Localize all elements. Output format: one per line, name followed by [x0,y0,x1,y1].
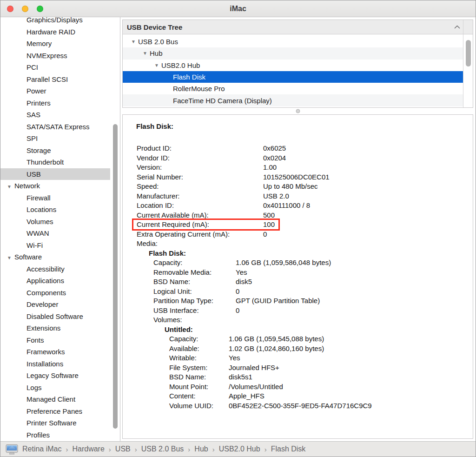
sidebar-item-applications[interactable]: Applications [0,275,120,287]
sidebar-item-label: WWAN [26,229,49,237]
detail-value: 500 [263,211,275,219]
sidebar-item-locations[interactable]: Locations [0,204,120,216]
tree-row-label: Flash Disk [173,73,205,81]
detail-label: Volume UUID: [169,401,229,411]
breadcrumb-segment-hub[interactable]: Hub [194,445,208,453]
tree-scrollbar-thumb[interactable] [466,40,471,66]
sidebar-item-developer[interactable]: Developer [0,298,120,311]
sidebar-item-sas[interactable]: SAS [0,109,120,121]
detail-row-volumes: Volumes: [123,315,473,325]
sidebar-item-label: Parallel SCSI [26,75,68,83]
splitter-handle-icon[interactable] [296,109,300,113]
detail-row-capacity: Capacity:1.06 GB (1,059,545,088 bytes) [123,334,473,344]
sidebar-item-label: Managed Client [26,395,75,403]
sidebar-item-wi-fi[interactable]: Wi-Fi [0,239,120,252]
breadcrumb-segment-retina-imac[interactable]: Retina iMac [22,445,61,453]
breadcrumb-segment-usb[interactable]: USB [115,445,131,453]
pane-splitter[interactable] [122,108,473,114]
sidebar-item-logs[interactable]: Logs [0,382,120,394]
detail-value: Apple_HFS [229,392,264,400]
sidebar-item-frameworks[interactable]: Frameworks [0,346,120,358]
detail-label: Current Available (mA): [137,211,263,220]
sidebar-item-label: Disabled Software [26,312,83,320]
minimize-button[interactable] [22,6,28,12]
breadcrumb: Retina iMac›Hardware›USB›USB 2.0 Bus›Hub… [22,445,305,453]
detail-row-manufacturer: Manufacturer:USB 2.0 [123,192,473,201]
detail-value: 1.06 GB (1,059,586,048 bytes) [236,258,331,266]
sidebar-item-usb[interactable]: USB [0,168,110,180]
breadcrumb-segment-flash-disk[interactable]: Flash Disk [271,445,306,453]
detail-row-vendor-id: Vendor ID:0x0204 [123,153,473,163]
detail-row-file-system: File System:Journaled HFS+ [123,363,473,373]
sidebar-item-label: Wi-Fi [26,241,43,249]
detail-label: BSD Name: [169,372,229,382]
disclosure-triangle-icon[interactable]: ▼ [131,39,138,44]
sidebar-item-pci[interactable]: PCI [0,61,120,73]
sidebar-item-software[interactable]: ▼Software [0,251,120,263]
disclosure-triangle-icon[interactable]: ▼ [154,63,161,68]
tree-row-rollermouse-pro[interactable]: RollerMouse Pro [123,83,463,94]
sidebar-item-fonts[interactable]: Fonts [0,334,120,346]
sidebar-item-raw-support[interactable]: Raw Support [0,441,120,441]
sidebar-item-printer-software[interactable]: Printer Software [0,417,120,429]
sidebar-item-sata-sata-express[interactable]: SATA/SATA Express [0,121,120,133]
sidebar-item-nvmexpress[interactable]: NVMExpress [0,50,120,62]
sidebar-item-parallel-scsi[interactable]: Parallel SCSI [0,73,120,86]
detail-value: 0 [263,230,267,238]
sidebar-item-disabled-software[interactable]: Disabled Software [0,311,120,323]
sidebar-item-managed-client[interactable]: Managed Client [0,393,120,405]
sidebar-item-label: Network [14,182,40,190]
tree-row-usb-2-0-bus[interactable]: ▼USB 2.0 Bus [123,36,463,47]
sidebar-item-preference-panes[interactable]: Preference Panes [0,405,120,417]
detail-row-partition-map-type: Partition Map Type:GPT (GUID Partition T… [123,296,473,306]
tree-row-label: USB 2.0 Bus [138,38,178,46]
detail-row-location-id: Location ID:0x40111000 / 8 [123,201,473,211]
detail-value: 1.02 GB (1,024,860,160 bytes) [229,344,324,352]
detail-value: 0x6025 [263,144,286,152]
sidebar-item-storage[interactable]: Storage [0,145,120,157]
tree-row-usb2-0-hub[interactable]: ▼USB2.0 Hub [123,60,463,71]
sidebar-item-printers[interactable]: Printers [0,97,120,109]
sidebar-item-memory[interactable]: Memory [0,38,120,50]
sidebar-item-thunderbolt[interactable]: Thunderbolt [0,156,120,168]
sidebar-item-power[interactable]: Power [0,85,120,97]
detail-label: Extra Operating Current (mA): [137,230,263,239]
sidebar-item-legacy-software[interactable]: Legacy Software [0,370,120,382]
sidebar-item-hardware-raid[interactable]: Hardware RAID [0,26,120,38]
breadcrumb-segment-hardware[interactable]: Hardware [72,445,104,453]
sidebar-item-label: NVMExpress [26,52,67,60]
sidebar-item-volumes[interactable]: Volumes [0,216,120,228]
detail-label: File System: [169,363,229,373]
detail-value: Journaled HFS+ [229,364,279,371]
tree-row-facetime-hd-camera-display[interactable]: FaceTime HD Camera (Display) [123,94,463,106]
detail-row-available: Available:1.02 GB (1,024,860,160 bytes) [123,344,473,354]
breadcrumb-segment-usb-2-0-bus[interactable]: USB 2.0 Bus [141,445,184,453]
statusbar: Retina iMac›Hardware›USB›USB 2.0 Bus›Hub… [0,441,476,457]
detail-row-current-available-ma: Current Available (mA):500 [123,211,473,220]
sidebar-scrollbar-thumb[interactable] [113,124,118,429]
disclosure-triangle-icon[interactable]: ▼ [143,51,150,56]
tree-row-hub[interactable]: ▼Hub [123,47,463,59]
sidebar-item-graphics-displays[interactable]: Graphics/Displays [0,17,120,26]
sidebar-item-network[interactable]: ▼Network [0,180,120,192]
detail-row-removable-media: Removable Media:Yes [123,268,473,278]
sidebar-item-label: Preference Panes [26,407,82,415]
breadcrumb-segment-usb2-0-hub[interactable]: USB2.0 Hub [219,445,260,453]
sidebar-item-firewall[interactable]: Firewall [0,192,120,204]
sidebar-item-profiles[interactable]: Profiles [0,429,120,441]
sidebar-item-extensions[interactable]: Extensions [0,322,120,334]
sidebar-item-spi[interactable]: SPI [0,132,120,145]
sidebar-item-label: Installations [26,360,63,368]
sidebar-item-installations[interactable]: Installations [0,358,120,370]
detail-value: 1.06 GB (1,059,545,088 bytes) [229,335,324,343]
collapse-section-button[interactable] [454,25,460,29]
chevron-up-icon [454,23,460,30]
sidebar-item-components[interactable]: Components [0,287,120,299]
sidebar-item-accessibility[interactable]: Accessibility [0,263,120,275]
tree-row-flash-disk[interactable]: Flash Disk [123,71,463,83]
sidebar-item-label: Applications [26,277,64,285]
zoom-button[interactable] [37,6,43,12]
sidebar-item-wwan[interactable]: WWAN [0,227,120,239]
close-button[interactable] [7,6,13,12]
detail-label: Writable: [169,353,229,363]
